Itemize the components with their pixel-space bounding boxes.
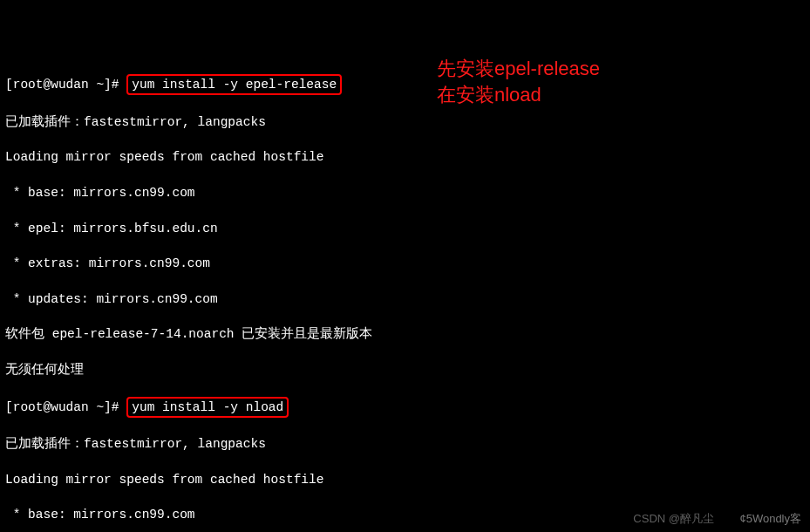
prompt-2: [root@wudan ~]#	[5, 400, 126, 414]
output-line: * extras: mirrors.cn99.com	[5, 255, 805, 272]
output-line: 软件包 epel-release-7-14.noarch 已安装并且是最新版本	[5, 325, 805, 343]
command-1-highlight: yum install -y epel-release	[126, 74, 342, 95]
output-line: 无须任何处理	[5, 361, 805, 379]
command-2-highlight: yum install -y nload	[126, 397, 289, 418]
watermark-other: ¢5Wondly客	[739, 511, 801, 527]
prompt-1: [root@wudan ~]#	[5, 78, 126, 92]
prompt-line-1: [root@wudan ~]# yum install -y epel-rele…	[5, 74, 805, 95]
output-line: 已加载插件：fastestmirror, langpacks	[5, 435, 805, 453]
output-line: 已加载插件：fastestmirror, langpacks	[5, 113, 805, 131]
output-line: * epel: mirrors.bfsu.edu.cn	[5, 220, 805, 237]
annotation-1: 先安装epel-release	[437, 56, 600, 83]
output-line: Loading mirror speeds from cached hostfi…	[5, 148, 805, 166]
annotation-2: 在安装nload	[437, 82, 541, 109]
prompt-line-2: [root@wudan ~]# yum install -y nload	[5, 397, 805, 418]
output-line: * updates: mirrors.cn99.com	[5, 290, 805, 308]
command-2: yum install -y nload	[132, 400, 283, 414]
output-line: Loading mirror speeds from cached hostfi…	[5, 471, 805, 488]
output-line: * base: mirrors.cn99.com	[5, 184, 805, 201]
watermark-csdn: CSDN @醉凡尘	[633, 511, 714, 527]
command-1: yum install -y epel-release	[132, 78, 337, 92]
